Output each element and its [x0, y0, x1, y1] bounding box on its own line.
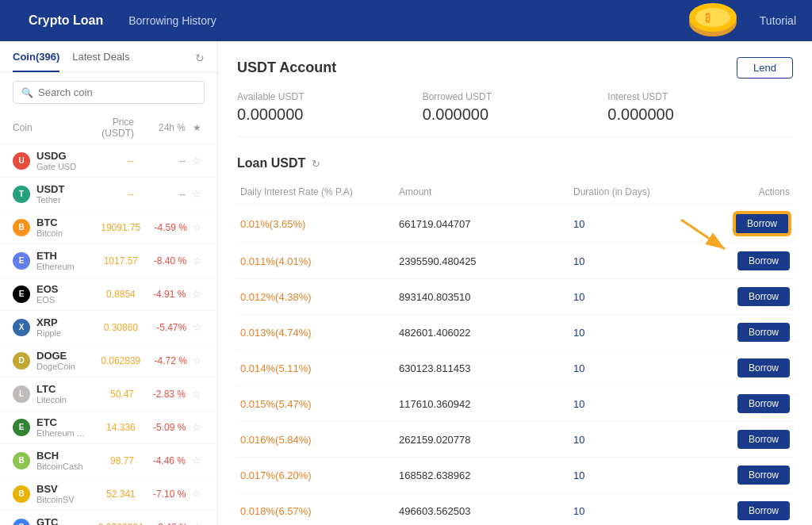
- list-item[interactable]: D DOGE DogeCoin 0.062839 -4.72 % ☆: [0, 344, 217, 377]
- header-illustration: ₿: [653, 0, 749, 41]
- table-row: 0.013%(4.74%) 482601.406022 10 Borrow: [237, 315, 793, 351]
- coin-avatar: X: [13, 319, 30, 336]
- available-stat: Available USDT 0.000000: [237, 91, 423, 124]
- coin-avatar: B: [13, 452, 30, 469]
- header-nav: Crypto Loan Borrowing History: [16, 0, 229, 41]
- coin-name: Tether: [36, 195, 108, 205]
- favorite-icon[interactable]: ☆: [189, 188, 205, 200]
- rate-cell: 0.017%(6.20%): [237, 458, 396, 493]
- favorite-icon[interactable]: ☆: [190, 321, 205, 333]
- borrow-button[interactable]: Borrow: [737, 358, 790, 377]
- col-header-coin: Coin: [13, 122, 84, 133]
- favorite-icon[interactable]: ☆: [189, 488, 205, 500]
- duration-cell: 10: [570, 422, 713, 458]
- col-actions-header: Actions: [713, 180, 793, 205]
- rate-cell: 0.018%(6.57%): [237, 493, 396, 526]
- col-header-star: ★: [189, 122, 205, 133]
- col-rate-header: Daily Interest Rate (% P.A): [237, 180, 396, 205]
- list-item[interactable]: U USDG Gate USD -- -- ☆: [0, 144, 217, 178]
- amount-cell: 482601.406022: [396, 315, 570, 351]
- borrow-button[interactable]: Borrow: [737, 287, 790, 306]
- tab-coin[interactable]: Coin(396): [13, 51, 59, 72]
- coin-change: -7.10 %: [136, 489, 186, 500]
- coin-name: Litecoin: [36, 395, 108, 404]
- list-item[interactable]: E EOS EOS 0.8854 -4.91 % ☆: [0, 278, 217, 311]
- list-item[interactable]: B BTC Bitcoin 19091.75 -4.59 % ☆: [0, 211, 217, 244]
- list-item[interactable]: E ETH Ethereum 1017.57 -8.40 % ☆: [0, 244, 217, 278]
- coin-symbol: LTC: [36, 383, 108, 395]
- borrowing-history-nav[interactable]: Borrowing History: [116, 0, 228, 41]
- list-item[interactable]: X XRP Ripple 0.30860 -5.47% ☆: [0, 311, 217, 344]
- coin-list: U USDG Gate USD -- -- ☆ T USDT Tether --…: [0, 144, 217, 525]
- coin-info: XRP Ripple: [36, 316, 104, 338]
- amount-cell: 661719.044707: [396, 205, 570, 243]
- tutorial-link[interactable]: Tutorial: [760, 14, 796, 27]
- amount-cell: 496603.562503: [396, 493, 570, 526]
- list-item[interactable]: L LTC Litecoin 50.47 -2.83 % ☆: [0, 377, 217, 411]
- coin-avatar: E: [13, 252, 30, 270]
- col-duration-header: Duration (in Days): [570, 180, 713, 205]
- favorite-icon[interactable]: ☆: [190, 255, 205, 266]
- actions-cell: Borrow: [713, 205, 793, 243]
- loan-refresh-icon[interactable]: ↻: [312, 158, 320, 170]
- borrowed-stat: Borrowed USDT 0.000000: [423, 91, 608, 124]
- favorite-icon[interactable]: ☆: [189, 388, 205, 400]
- favorite-icon[interactable]: ☆: [191, 521, 205, 525]
- coin-name: Bitcoin: [36, 228, 101, 238]
- amount-cell: 893140.803510: [396, 279, 570, 315]
- borrowed-value: 0.000000: [423, 105, 608, 124]
- search-input[interactable]: [38, 86, 196, 98]
- favorite-icon[interactable]: ☆: [189, 155, 205, 167]
- coin-symbol: USDT: [36, 183, 108, 195]
- available-value: 0.000000: [237, 105, 423, 124]
- list-item[interactable]: E ETC Ethereum ... 14.336 -5.09 % ☆: [0, 411, 217, 444]
- borrow-button[interactable]: Borrow: [737, 251, 790, 270]
- main-layout: Coin(396) Latest Deals ↻ 🔍 Coin Price (U…: [0, 41, 812, 525]
- coin-info: ETC Ethereum ...: [36, 416, 106, 438]
- rate-cell: 0.01%(3.65%): [237, 205, 396, 243]
- content-area: USDT Account Lend Available USDT 0.00000…: [218, 41, 812, 525]
- coin-symbol: DOGE: [36, 350, 101, 362]
- favorite-icon[interactable]: ☆: [190, 221, 205, 233]
- lend-button[interactable]: Lend: [737, 57, 793, 79]
- list-item[interactable]: B BCH BitcoinCash 98.77 -4.46 % ☆: [0, 444, 217, 477]
- favorite-icon[interactable]: ☆: [189, 421, 205, 433]
- list-item[interactable]: B BSV BitcoinSV 52.341 -7.10 % ☆: [0, 477, 217, 511]
- interest-value: 0.000000: [607, 105, 793, 124]
- coin-avatar: E: [13, 285, 30, 303]
- actions-cell: Borrow: [713, 422, 793, 458]
- list-item[interactable]: T USDT Tether -- -- ☆: [0, 178, 217, 211]
- coin-info: LTC Litecoin: [36, 383, 108, 404]
- tab-latest-deals[interactable]: Latest Deals: [72, 51, 129, 72]
- table-row: 0.018%(6.57%) 496603.562503 10 Borrow: [237, 493, 793, 526]
- sidebar-refresh-icon[interactable]: ↻: [195, 52, 205, 72]
- actions-cell: Borrow: [713, 279, 793, 315]
- actions-cell: Borrow: [713, 458, 793, 493]
- coin-change: -4.59 %: [140, 222, 187, 233]
- table-row: 0.012%(4.38%) 893140.803510 10 Borrow: [237, 279, 793, 315]
- favorite-icon[interactable]: ☆: [190, 354, 205, 366]
- header-title[interactable]: Crypto Loan: [16, 0, 116, 41]
- favorite-icon[interactable]: ☆: [189, 454, 205, 466]
- borrow-button[interactable]: Borrow: [737, 466, 790, 485]
- table-row: 0.015%(5.47%) 117610.360942 10 Borrow: [237, 386, 793, 422]
- borrow-button[interactable]: Borrow: [737, 394, 790, 413]
- col-header-24h: 24h %: [134, 122, 186, 133]
- borrow-button[interactable]: Borrow: [737, 430, 790, 449]
- borrow-button[interactable]: Borrow: [734, 213, 790, 235]
- coin-price: 0.30860: [104, 322, 138, 333]
- coin-info: BTC Bitcoin: [36, 217, 101, 238]
- coin-symbol: ETH: [36, 250, 104, 262]
- coin-change: -4.91 %: [136, 289, 186, 300]
- borrow-button[interactable]: Borrow: [737, 323, 790, 342]
- amount-cell: 168582.638962: [396, 458, 570, 493]
- borrow-button[interactable]: Borrow: [737, 501, 790, 520]
- coin-symbol: USDG: [36, 150, 108, 162]
- amount-cell: 2395590.480425: [396, 243, 570, 279]
- coin-info: USDT Tether: [36, 183, 108, 205]
- favorite-icon[interactable]: ☆: [189, 288, 205, 300]
- coin-symbol: EOS: [36, 283, 106, 295]
- coin-name: EOS: [36, 295, 106, 305]
- coin-avatar: G: [13, 519, 30, 526]
- list-item[interactable]: G GTC Game.com 0.0006264 -8.46 % ☆: [0, 511, 217, 525]
